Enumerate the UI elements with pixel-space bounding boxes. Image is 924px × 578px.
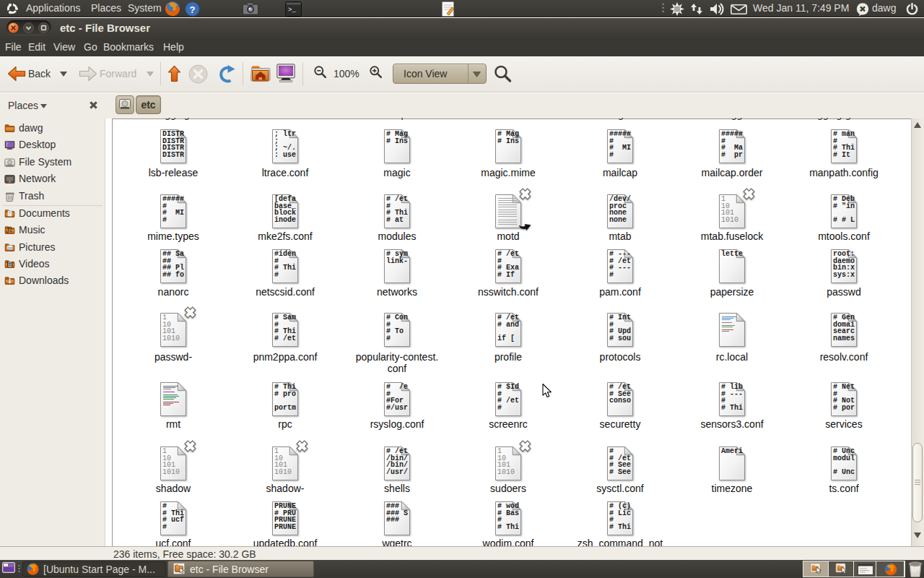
svg-text:>_: >_ — [288, 7, 296, 14]
svg-text:?: ? — [190, 4, 196, 15]
